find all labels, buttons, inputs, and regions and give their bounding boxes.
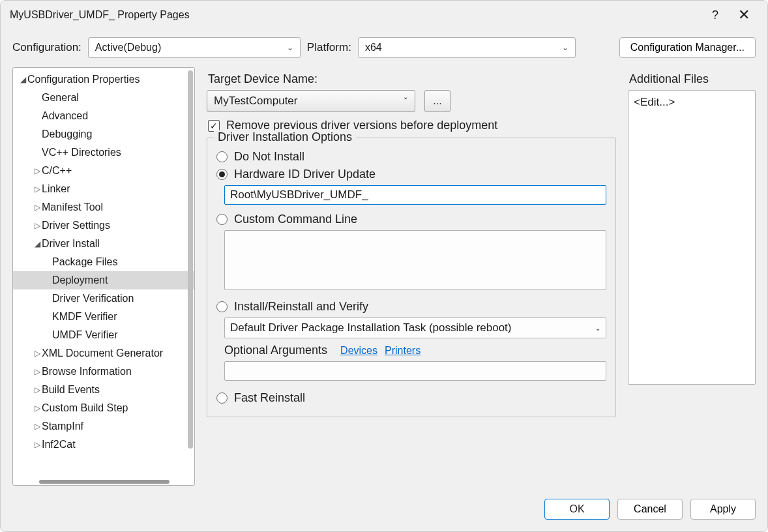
tree-item-label: C/C++ [42,165,72,177]
link-printers[interactable]: Printers [385,345,421,356]
tree-item-label: Linker [42,183,70,195]
expander-icon[interactable]: ▷ [33,185,42,194]
tree-item-label: UMDF Verifier [52,329,117,341]
body-area: ◢ Configuration Properties GeneralAdvanc… [1,63,767,492]
tree-item[interactable]: ▷Browse Information [13,362,194,381]
configuration-combo[interactable]: Active(Debug) ⌄ [88,37,301,58]
additional-files-column: Additional Files <Edit...> [628,67,756,486]
tree-item[interactable]: UMDF Verifier [13,326,194,344]
install-verify-value: Default Driver Package Installation Task… [230,321,512,334]
tree-item-label: XML Document Generator [42,347,163,359]
radio-install-verify[interactable] [216,301,228,312]
ok-button[interactable]: OK [544,499,610,520]
expander-icon[interactable]: ▷ [33,203,42,212]
target-device-value: MyTestComputer [214,95,297,108]
chevron-down-icon: ⌄ [595,325,600,332]
tree-item-label: Driver Install [42,238,100,250]
expander-icon[interactable]: ◢ [18,75,27,84]
tree-item[interactable]: ▷XML Document Generator [13,344,194,362]
tree-item-label: Build Events [42,384,100,396]
tree-item-label: General [42,92,79,104]
tree-item-label: Inf2Cat [42,439,76,451]
remove-previous-checkbox[interactable] [208,120,220,132]
horizontal-scrollbar[interactable] [13,479,194,485]
close-icon[interactable]: ✕ [730,1,758,29]
window-title: MyUSBDriver_UMDF_ Property Pages [10,9,701,21]
expander-icon[interactable]: ▷ [33,440,42,449]
scrollbar-thumb[interactable] [39,480,170,484]
install-verify-combo[interactable]: Default Driver Package Installation Task… [224,318,606,338]
tree-root-label: Configuration Properties [27,74,140,85]
additional-files-box[interactable]: <Edit...> [628,90,756,385]
optional-arguments-input[interactable] [224,361,606,381]
radio-fast-reinstall-label: Fast Reinstall [234,391,305,405]
settings-column: Target Device Name: MyTestComputer ⌄ ...… [207,67,616,486]
hardware-id-input[interactable] [224,185,606,205]
main-panel: Target Device Name: MyTestComputer ⌄ ...… [207,67,756,486]
target-device-name-label: Target Device Name: [208,72,616,86]
chevron-down-icon: ⌄ [562,43,569,52]
browse-button[interactable]: ... [424,90,450,112]
tree-item[interactable]: ▷Manifest Tool [13,198,194,216]
fieldset-legend: Driver Installation Options [214,130,356,144]
radio-do-not-install[interactable] [216,151,228,162]
tree-item[interactable]: ▷Linker [13,180,194,198]
tree-item[interactable]: Deployment [13,271,194,289]
custom-cmd-textarea[interactable] [224,230,606,290]
cancel-button[interactable]: Cancel [617,499,683,520]
expander-icon[interactable]: ▷ [33,367,42,376]
tree-item[interactable]: ▷StampInf [13,417,194,436]
tree-item[interactable]: ▷Inf2Cat [13,436,194,454]
tree-item[interactable]: KMDF Verifier [13,308,194,326]
target-device-combo[interactable]: MyTestComputer ⌄ [207,90,415,112]
radio-custom-cmd[interactable] [216,214,228,225]
tree-item[interactable]: Driver Verification [13,289,194,308]
radio-do-not-install-label: Do Not Install [234,150,304,164]
radio-fast-reinstall[interactable] [216,392,228,404]
platform-combo[interactable]: x64 ⌄ [358,37,576,58]
additional-files-label: Additional Files [629,72,756,86]
help-icon[interactable]: ? [701,1,730,29]
radio-hardware-id-label: Hardware ID Driver Update [234,168,376,181]
tree-item[interactable]: ▷Build Events [13,381,194,399]
configuration-value: Active(Debug) [95,42,161,53]
tree-item[interactable]: ◢Driver Install [13,235,194,253]
apply-button[interactable]: Apply [690,499,756,520]
platform-label: Platform: [307,41,351,54]
property-pages-window: MyUSBDriver_UMDF_ Property Pages ? ✕ Con… [0,0,768,532]
tree-item-label: Custom Build Step [42,402,128,414]
expander-icon[interactable]: ▷ [33,422,42,431]
driver-installation-fieldset: Driver Installation Options Do Not Insta… [207,138,616,417]
tree-item-label: Advanced [42,110,88,122]
radio-install-verify-label: Install/Reinstall and Verify [234,300,368,314]
link-devices[interactable]: Devices [340,345,377,356]
tree-item[interactable]: ▷Custom Build Step [13,399,194,417]
tree-item[interactable]: Package Files [13,253,194,271]
tree-item[interactable]: Debugging [13,125,194,143]
tree-item[interactable]: VC++ Directories [13,143,194,162]
expander-icon[interactable]: ▷ [33,404,42,413]
tree-item[interactable]: ▷Driver Settings [13,216,194,235]
tree-item-label: Debugging [42,128,92,140]
expander-icon[interactable]: ▷ [33,385,42,394]
expander-icon[interactable]: ▷ [33,221,42,230]
expander-icon[interactable]: ▷ [33,349,42,358]
tree-view[interactable]: ◢ Configuration Properties GeneralAdvanc… [12,67,195,486]
tree-item-label: StampInf [42,421,83,432]
tree-item[interactable]: ▷C/C++ [13,162,194,180]
radio-hardware-id[interactable] [216,169,228,180]
tree-root[interactable]: ◢ Configuration Properties [13,70,194,89]
platform-value: x64 [365,42,382,53]
tree-item-label: KMDF Verifier [52,311,117,323]
expander-icon[interactable]: ◢ [33,239,42,248]
tree-item[interactable]: Advanced [13,107,194,125]
tree-item-label: Browse Information [42,366,132,377]
additional-files-value: <Edit...> [634,96,675,108]
tree-item[interactable]: General [13,89,194,107]
titlebar: MyUSBDriver_UMDF_ Property Pages ? ✕ [1,1,767,29]
vertical-scrollbar[interactable] [188,70,193,449]
tree-item-label: Driver Verification [52,293,134,304]
expander-icon[interactable]: ▷ [33,166,42,175]
tree-item-label: Driver Settings [42,220,110,231]
configuration-manager-button[interactable]: Configuration Manager... [619,37,756,58]
